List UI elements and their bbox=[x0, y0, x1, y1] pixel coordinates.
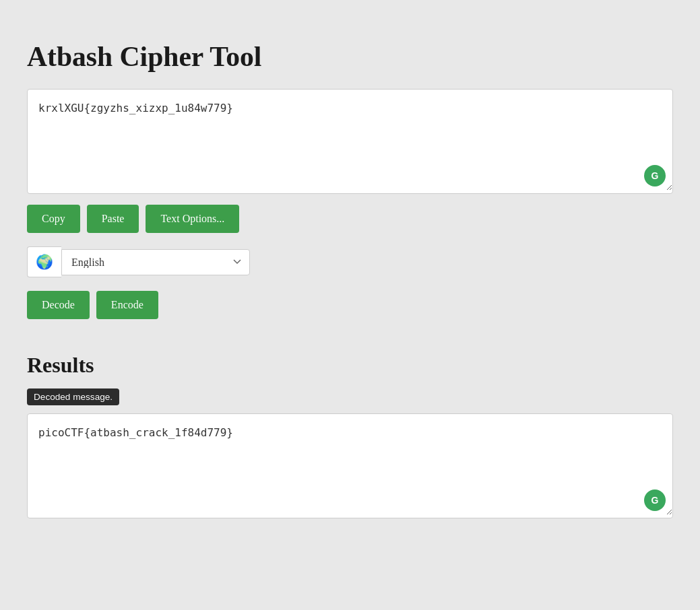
language-select[interactable]: English Spanish French German bbox=[61, 249, 250, 275]
cipher-output[interactable]: picoCTF{atbash_crack_1f84d779} bbox=[28, 414, 672, 515]
input-area-container: krxlXGU{zgyzhs_xizxp_1u84w779} G bbox=[27, 89, 673, 194]
language-row: 🌍 English Spanish French German bbox=[27, 246, 673, 277]
cipher-input[interactable]: krxlXGU{zgyzhs_xizxp_1u84w779} bbox=[28, 90, 672, 191]
paste-button[interactable]: Paste bbox=[87, 205, 139, 233]
text-options-button[interactable]: Text Options... bbox=[146, 205, 239, 233]
results-title: Results bbox=[27, 353, 673, 378]
decode-button[interactable]: Decode bbox=[27, 291, 90, 319]
decoded-message-badge: Decoded message. bbox=[27, 388, 119, 405]
grammarly-icon[interactable]: G bbox=[644, 165, 666, 187]
grammarly-icon-output[interactable]: G bbox=[644, 489, 666, 511]
page-title: Atbash Cipher Tool bbox=[27, 40, 673, 73]
encode-button[interactable]: Encode bbox=[96, 291, 158, 319]
output-area-container: picoCTF{atbash_crack_1f84d779} G bbox=[27, 413, 673, 518]
input-buttons-row: Copy Paste Text Options... bbox=[27, 205, 673, 233]
copy-button[interactable]: Copy bbox=[27, 205, 80, 233]
globe-icon: 🌍 bbox=[27, 246, 61, 277]
action-buttons-row: Decode Encode bbox=[27, 291, 673, 319]
